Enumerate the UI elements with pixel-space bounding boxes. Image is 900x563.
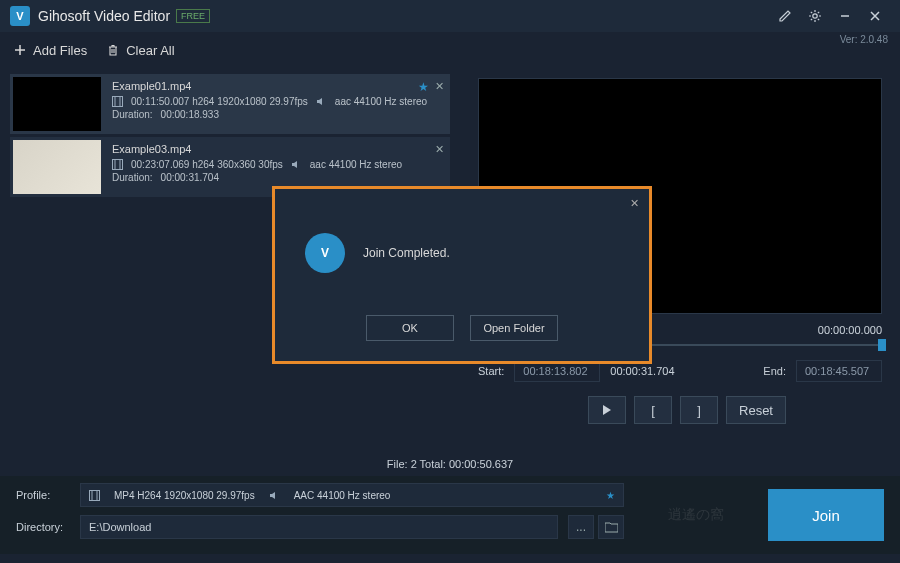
thumbnail xyxy=(13,77,101,131)
edit-icon[interactable] xyxy=(770,4,800,28)
audio-icon xyxy=(291,159,302,170)
file-name: Example03.mp4 xyxy=(112,143,442,155)
dialog-close-button[interactable]: ✕ xyxy=(630,197,639,210)
toolbar: Add Files Clear All xyxy=(0,32,900,68)
audio-info: aac 44100 Hz stereo xyxy=(335,96,427,107)
film-icon xyxy=(89,490,100,501)
free-badge: FREE xyxy=(176,9,210,23)
svg-rect-2 xyxy=(113,97,123,107)
app-logo-icon: V xyxy=(305,233,345,273)
clear-all-label: Clear All xyxy=(126,43,174,58)
status-bar: File: 2 Total: 00:00:50.637 xyxy=(0,458,900,476)
profile-selector[interactable]: MP4 H264 1920x1080 29.97fps AAC 44100 Hz… xyxy=(80,483,624,507)
directory-label: Directory: xyxy=(16,521,70,533)
add-files-button[interactable]: Add Files xyxy=(14,43,87,58)
mark-out-button[interactable]: ] xyxy=(680,396,718,424)
film-icon xyxy=(112,96,123,107)
total-time: 00:00:31.704 xyxy=(610,365,696,377)
file-name: Example01.mp4 xyxy=(112,80,442,92)
video-info: 00:23:07.069 h264 360x360 30fps xyxy=(131,159,283,170)
minimize-button[interactable] xyxy=(830,4,860,28)
browse-button[interactable]: ... xyxy=(568,515,594,539)
slider-thumb[interactable] xyxy=(878,339,886,351)
reset-button[interactable]: Reset xyxy=(726,396,786,424)
open-folder-button[interactable]: Open Folder xyxy=(470,315,558,341)
duration-value: 00:00:31.704 xyxy=(161,172,219,183)
ok-button[interactable]: OK xyxy=(366,315,454,341)
star-icon[interactable]: ★ xyxy=(418,80,429,94)
video-info: 00:11:50.007 h264 1920x1080 29.97fps xyxy=(131,96,308,107)
film-icon xyxy=(112,159,123,170)
end-label: End: xyxy=(763,365,786,377)
audio-icon xyxy=(269,490,280,501)
audio-info: aac 44100 Hz stereo xyxy=(310,159,402,170)
star-icon: ★ xyxy=(606,490,615,501)
profile-label: Profile: xyxy=(16,489,70,501)
version-label: Ver: 2.0.48 xyxy=(840,34,888,45)
close-button[interactable] xyxy=(860,4,890,28)
end-time-input[interactable] xyxy=(796,360,882,382)
open-folder-button[interactable] xyxy=(598,515,624,539)
svg-rect-5 xyxy=(113,160,123,170)
file-row[interactable]: Example01.mp4 00:11:50.007 h264 1920x108… xyxy=(10,74,450,134)
plus-icon xyxy=(14,44,26,56)
gear-icon[interactable] xyxy=(800,4,830,28)
duration-value: 00:00:18.933 xyxy=(161,109,219,120)
profile-video: MP4 H264 1920x1080 29.97fps xyxy=(114,490,255,501)
app-logo-icon: V xyxy=(10,6,30,26)
remove-file-button[interactable]: ✕ xyxy=(435,143,444,156)
start-label: Start: xyxy=(478,365,504,377)
folder-icon xyxy=(605,522,618,533)
mark-in-button[interactable]: [ xyxy=(634,396,672,424)
duration-label: Duration: xyxy=(112,109,153,120)
app-title: Gihosoft Video Editor xyxy=(38,8,170,24)
svg-point-0 xyxy=(813,14,817,18)
watermark: 逍遙の窩 xyxy=(636,506,756,524)
join-button[interactable]: Join xyxy=(768,489,884,541)
duration-label: Duration: xyxy=(112,172,153,183)
titlebar: V Gihosoft Video Editor FREE xyxy=(0,0,900,32)
trash-icon xyxy=(107,44,119,57)
completion-dialog: ✕ V Join Completed. OK Open Folder xyxy=(272,186,652,364)
audio-icon xyxy=(316,96,327,107)
svg-rect-8 xyxy=(90,490,100,500)
remove-file-button[interactable]: ✕ xyxy=(435,80,444,94)
add-files-label: Add Files xyxy=(33,43,87,58)
bottom-bar: Profile: MP4 H264 1920x1080 29.97fps AAC… xyxy=(0,476,900,554)
thumbnail xyxy=(13,140,101,194)
clear-all-button[interactable]: Clear All xyxy=(107,43,174,58)
play-button[interactable] xyxy=(588,396,626,424)
dialog-message: Join Completed. xyxy=(363,246,450,260)
directory-field[interactable]: E:\Download xyxy=(80,515,558,539)
profile-audio: AAC 44100 Hz stereo xyxy=(294,490,391,501)
